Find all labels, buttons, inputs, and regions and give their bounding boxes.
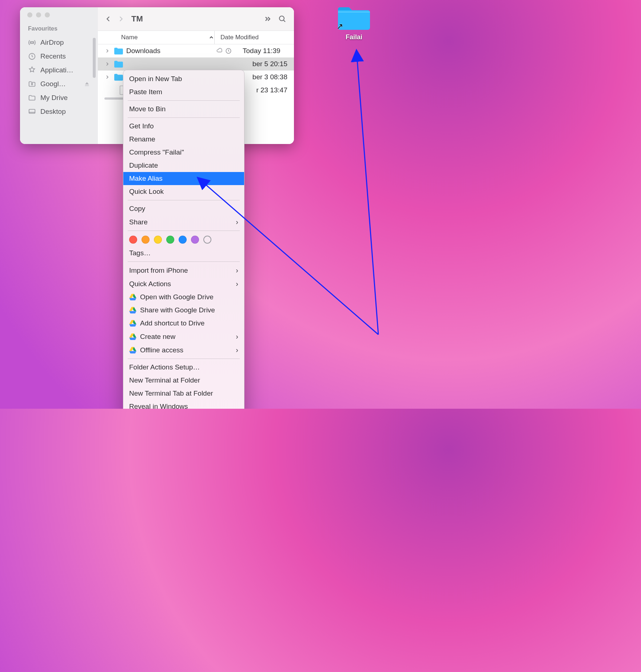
menu-separator [128, 359, 240, 359]
menu-label: Quick Look [129, 188, 164, 196]
submenu-chevron-icon: › [236, 332, 238, 341]
disclosure-icon[interactable] [105, 61, 112, 67]
forward-button[interactable] [118, 14, 124, 24]
sidebar-item-mydrive[interactable]: My Drive [20, 91, 98, 105]
menu-separator [128, 231, 240, 231]
tag-color-dot[interactable] [191, 236, 199, 244]
menu-item-get-info[interactable]: Get Info [123, 120, 244, 133]
finder-toolbar: TM [98, 7, 294, 31]
menu-item-open-new-tab[interactable]: Open in New Tab [123, 72, 244, 85]
sidebar-item-applications[interactable]: Applicati… [20, 63, 98, 77]
menu-item-paste-item[interactable]: Paste Item [123, 85, 244, 99]
minimize-dot-icon[interactable] [36, 12, 41, 17]
svg-marker-7 [129, 298, 136, 300]
close-dot-icon[interactable] [27, 12, 32, 17]
sidebar-item-google-drive[interactable]: Googl… [20, 77, 98, 91]
gdrive-icon [129, 347, 136, 353]
row-date: ber 3 08:38 [247, 73, 294, 81]
menu-separator [128, 261, 240, 262]
menu-item[interactable]: Offline access› [123, 343, 244, 357]
menu-label: Tags… [129, 249, 151, 257]
window-controls [20, 12, 98, 25]
menu-item-quick-look[interactable]: Quick Look [123, 185, 244, 198]
submenu-chevron-icon: › [236, 218, 238, 226]
drive-folder-icon [28, 80, 36, 88]
tag-color-dot[interactable] [166, 236, 174, 244]
menu-item-duplicate[interactable]: Duplicate [123, 159, 244, 172]
gdrive-icon [129, 320, 136, 327]
menu-item[interactable]: Share with Google Drive [123, 304, 244, 317]
menu-label: Open in New Tab [129, 75, 182, 83]
menu-separator [128, 100, 240, 101]
menu-item-new-terminal-tab[interactable]: New Terminal Tab at Folder [123, 387, 244, 400]
menu-item[interactable]: Create new› [123, 330, 244, 343]
window-title: TM [131, 14, 143, 24]
disclosure-icon[interactable] [105, 75, 112, 80]
svg-point-0 [31, 41, 33, 44]
applications-icon [28, 66, 36, 74]
column-date-label: Date Modified [220, 34, 259, 41]
list-row[interactable]: Downloads Today 11:39 [98, 44, 294, 57]
time-icon [225, 48, 232, 54]
menu-item-new-terminal[interactable]: New Terminal at Folder [123, 374, 244, 387]
menu-label: Offline access [140, 346, 183, 354]
tag-color-dot[interactable] [154, 236, 162, 244]
menu-item-copy[interactable]: Copy [123, 202, 244, 215]
svg-point-3 [279, 16, 284, 21]
svg-marker-10 [129, 311, 136, 313]
zoom-dot-icon[interactable] [45, 12, 50, 17]
menu-item-compress[interactable]: Compress "Failai" [123, 146, 244, 159]
svg-line-20 [357, 51, 378, 335]
tag-color-dot[interactable] [203, 236, 211, 244]
sidebar-item-label: AirDrop [40, 39, 64, 47]
folder-icon [28, 94, 36, 102]
menu-separator [128, 117, 240, 118]
gdrive-icon [129, 294, 136, 300]
column-name[interactable]: Name [98, 31, 214, 44]
sidebar-scrollbar[interactable] [93, 38, 96, 78]
menu-item-move-to-bin[interactable]: Move to Bin [123, 103, 244, 116]
svg-rect-2 [29, 109, 35, 113]
sidebar-item-airdrop[interactable]: AirDrop [20, 36, 98, 49]
alias-arrow-icon: ↗ [337, 22, 343, 31]
folder-icon [112, 60, 126, 68]
menu-item[interactable]: Open with Google Drive [123, 291, 244, 304]
tag-color-dot[interactable] [179, 236, 187, 244]
desktop-alias-folder[interactable]: ↗ Failai [334, 4, 374, 41]
back-button[interactable] [105, 14, 112, 24]
sidebar-item-label: Desktop [40, 108, 66, 116]
sidebar-section-label: Favourites [20, 25, 98, 36]
menu-item[interactable]: Quick Actions› [123, 277, 244, 291]
row-name: Downloads [126, 47, 216, 55]
disclosure-icon[interactable] [105, 48, 112, 53]
sidebar-item-label: Googl… [40, 80, 66, 88]
menu-item[interactable]: Import from iPhone› [123, 264, 244, 277]
menu-label: Quick Actions [129, 280, 171, 288]
list-row[interactable]: ber 5 20:15 [98, 57, 294, 71]
column-headers: Name Date Modified [98, 31, 294, 44]
menu-label: Rename [129, 135, 155, 143]
menu-item-tags[interactable]: Tags… [123, 247, 244, 260]
menu-label: New Terminal Tab at Folder [129, 389, 213, 397]
column-date[interactable]: Date Modified [215, 31, 294, 44]
overflow-button[interactable] [263, 15, 272, 23]
menu-item-folder-actions[interactable]: Folder Actions Setup… [123, 361, 244, 374]
desktop-icon [28, 108, 36, 116]
tag-color-row [123, 233, 244, 247]
sidebar-item-desktop[interactable]: Desktop [20, 105, 98, 119]
tag-color-dot[interactable] [142, 236, 150, 244]
menu-item-reveal-windows[interactable]: Reveal in Windows [123, 400, 244, 409]
menu-item-rename[interactable]: Rename [123, 133, 244, 146]
menu-label: Paste Item [129, 88, 162, 96]
menu-item-share[interactable]: Share› [123, 215, 244, 229]
submenu-chevron-icon: › [236, 266, 238, 275]
tag-color-dot[interactable] [129, 236, 137, 244]
eject-icon[interactable] [84, 81, 90, 87]
gdrive-icon [129, 333, 136, 340]
sort-asc-icon [208, 35, 214, 40]
menu-label: Get Info [129, 122, 154, 130]
sidebar-item-recents[interactable]: Recents [20, 49, 98, 63]
menu-item[interactable]: Add shortcut to Drive [123, 317, 244, 330]
search-button[interactable] [278, 15, 287, 23]
menu-item-make-alias[interactable]: Make Alias [123, 172, 244, 185]
